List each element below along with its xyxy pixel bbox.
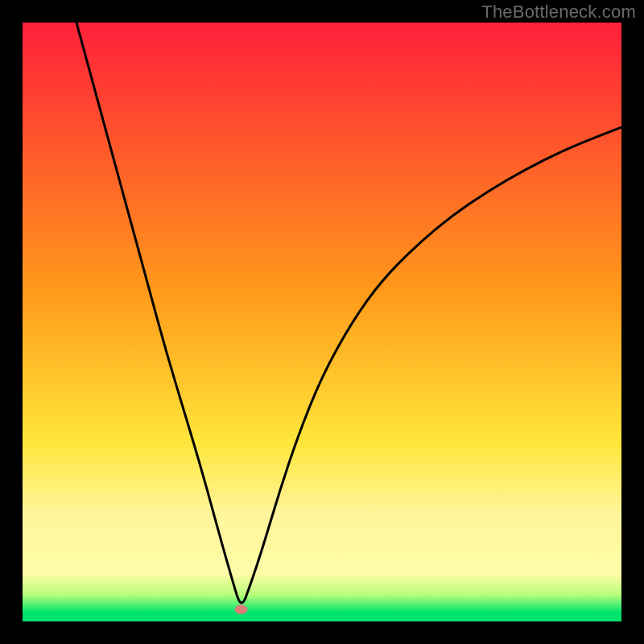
watermark-text: TheBottleneck.com bbox=[481, 2, 636, 23]
chart-svg bbox=[23, 23, 621, 621]
plot-area bbox=[23, 23, 621, 621]
optimum-marker bbox=[235, 605, 248, 614]
chart-frame: TheBottleneck.com bbox=[0, 0, 644, 644]
gradient-background bbox=[23, 23, 621, 621]
